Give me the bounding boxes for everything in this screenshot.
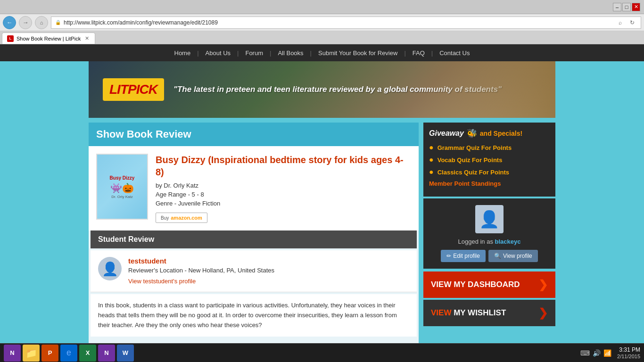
member-standings-link[interactable]: Member Point Standings	[429, 180, 550, 187]
reviewer-avatar: 👤	[98, 257, 122, 280]
edit-profile-button[interactable]: ✏ Edit profile	[441, 250, 486, 262]
site-logo: LitPick	[103, 78, 164, 101]
tab-close-button[interactable]: ✕	[83, 35, 90, 42]
view-profile-button[interactable]: 🔍 View profile	[488, 250, 538, 262]
vocab-quiz-link[interactable]: ● Vocab Quiz For Points	[429, 156, 550, 164]
dashboard-label: VIEW MY DASHBOARD	[431, 280, 520, 289]
amazon-logo: amazon.com	[171, 215, 202, 221]
nav-bar: Home | About Us | Forum | All Books | Su…	[0, 44, 644, 61]
minimize-button[interactable]: –	[613, 3, 621, 11]
book-title-link[interactable]: Busy Dizzy (Inspirational bedtime story …	[156, 154, 411, 178]
reviewer-location: Reviewer's Location - New Holland, PA, U…	[128, 267, 274, 274]
view-profile-label: View profile	[503, 253, 532, 259]
dashboard-button[interactable]: VIEW MY DASHBOARD ❯	[423, 272, 555, 298]
grammar-quiz-link[interactable]: ● Grammar Quiz For Points	[429, 143, 550, 152]
book-info: Busy Dizzy 👾🎃 Dr. Orly Katz Busy Dizzy (…	[89, 146, 419, 230]
magnify-icon: 🔍	[494, 253, 501, 259]
url-text: http://www.litpick.com/admin/config/revi…	[64, 19, 612, 26]
taskbar-powerpoint[interactable]: P	[41, 345, 58, 362]
section-header: Show Book Review	[89, 123, 419, 146]
refresh-button[interactable]: ↻	[627, 18, 637, 27]
nav-forum[interactable]: Forum	[239, 49, 270, 57]
taskbar-clock: 3:31 PM 2/11/2015	[617, 346, 640, 360]
nav-submit[interactable]: Submit Your Book for Review	[312, 49, 404, 57]
wishlist-button[interactable]: VIEW MY WISHLIST ❯	[423, 300, 555, 326]
speaker-icon: 🔊	[593, 349, 601, 357]
review-paragraph: In this book, students in a class want t…	[98, 301, 409, 330]
nav-books[interactable]: All Books	[271, 49, 310, 57]
user-avatar: 👤	[475, 205, 504, 233]
network-icon: 📶	[603, 349, 611, 357]
reviewer-name: teststudent	[128, 257, 274, 265]
pencil-icon: ✏	[446, 253, 451, 259]
book-details: Busy Dizzy (Inspirational bedtime story …	[156, 154, 411, 223]
taskbar-excel[interactable]: X	[79, 345, 96, 362]
review-text: In this book, students in a class want t…	[91, 294, 417, 337]
reviewer-profile-link[interactable]: View teststudent's profile	[128, 278, 196, 285]
taskbar: N 📁 P e X N W ⌨ 🔊 📶 3:31 PM 2/11/2015	[0, 343, 644, 362]
taskbar-time: 3:31 PM	[617, 346, 640, 354]
giveaway-section: Giveaway 🐝 and Specials! ● Grammar Quiz …	[423, 123, 555, 197]
giveaway-title: Giveaway	[429, 129, 464, 138]
back-button[interactable]: ←	[3, 16, 16, 29]
system-tray-icons: ⌨ 🔊 📶	[580, 349, 611, 357]
taskbar-date: 2/11/2015	[617, 354, 640, 359]
main-content: Show Book Review Busy Dizzy 👾🎃 Dr. Orly …	[89, 123, 419, 358]
taskbar-right: ⌨ 🔊 📶 3:31 PM 2/11/2015	[580, 346, 640, 360]
tab-favicon: L	[7, 35, 14, 42]
close-button[interactable]: ✕	[632, 3, 640, 11]
taskbar-ie[interactable]: e	[60, 345, 77, 362]
sidebar: Giveaway 🐝 and Specials! ● Grammar Quiz …	[423, 123, 555, 358]
taskbar-onenote2[interactable]: N	[98, 345, 115, 362]
amazon-buy-button[interactable]: Buy amazon.com	[156, 213, 207, 223]
active-tab[interactable]: L Show Book Review | LitPick ✕	[2, 33, 95, 44]
browser-bar: ← → ⌂ 🔒 http://www.litpick.com/admin/con…	[0, 14, 644, 31]
cover-title: Busy Dizzy	[108, 173, 137, 182]
cover-author: Dr. Orly Katz	[110, 194, 133, 200]
book-age-range: Age Range - 5 - 8	[156, 191, 411, 198]
page-wrapper: Home | About Us | Forum | All Books | Su…	[0, 44, 644, 362]
logged-in-label: Logged in as	[458, 238, 493, 245]
window-controls[interactable]: – □ ✕	[613, 3, 640, 11]
vocab-quiz-text: Vocab Quiz For Points	[438, 156, 503, 164]
taskbar-onenote[interactable]: N	[4, 345, 21, 362]
tab-label: Show Book Review | LitPick	[17, 36, 81, 41]
classics-quiz-text: Classics Quiz For Points	[438, 169, 509, 176]
reviewer-info: 👤 teststudent Reviewer's Location - New …	[91, 250, 417, 292]
bullet-icon: ●	[429, 156, 434, 164]
bullet-icon: ●	[429, 143, 434, 152]
reviewer-details: teststudent Reviewer's Location - New Ho…	[128, 257, 274, 285]
grammar-quiz-text: Grammar Quiz For Points	[438, 144, 512, 151]
taskbar-apps: N 📁 P e X N W	[4, 345, 134, 362]
book-genre: Genre - Juvenile Fiction	[156, 200, 411, 207]
restore-button[interactable]: □	[622, 3, 631, 11]
home-button[interactable]: ⌂	[35, 16, 48, 29]
avatar-icon: 👤	[102, 261, 118, 277]
book-cover-image: Busy Dizzy 👾🎃 Dr. Orly Katz	[96, 154, 148, 220]
bullet-icon: ●	[429, 168, 434, 176]
student-review-header: Student Review	[91, 230, 417, 248]
nav-faq[interactable]: FAQ	[406, 49, 431, 57]
nav-about[interactable]: About Us	[199, 49, 237, 57]
hero-banner: LitPick "The latest in preteen and teen …	[89, 61, 555, 118]
wishlist-rest-text: MY WISHLIST	[451, 308, 506, 317]
wishlist-view-text: VIEW	[431, 308, 451, 317]
search-button[interactable]: ⌕	[615, 18, 625, 27]
taskbar-word[interactable]: W	[117, 345, 134, 362]
security-icon: 🔒	[55, 20, 61, 25]
nav-contact[interactable]: Contact Us	[433, 49, 476, 57]
nav-home[interactable]: Home	[168, 49, 198, 57]
classics-quiz-link[interactable]: ● Classics Quiz For Points	[429, 168, 550, 176]
wishlist-label: VIEW MY WISHLIST	[431, 308, 506, 318]
member-standings-text: Member Point Standings	[429, 180, 501, 187]
username-display: blackeyc	[495, 238, 521, 245]
user-action-buttons: ✏ Edit profile 🔍 View profile	[430, 250, 549, 262]
book-author: by Dr. Orly Katz	[156, 182, 411, 189]
student-review-title: Student Review	[98, 235, 154, 243]
address-bar[interactable]: 🔒 http://www.litpick.com/admin/config/re…	[51, 16, 641, 29]
logo-text: LitPick	[109, 82, 157, 97]
taskbar-files[interactable]: 📁	[23, 345, 40, 362]
forward-button[interactable]: →	[19, 16, 32, 29]
wishlist-arrow-icon: ❯	[538, 306, 548, 320]
section-title: Show Book Review	[96, 128, 191, 140]
